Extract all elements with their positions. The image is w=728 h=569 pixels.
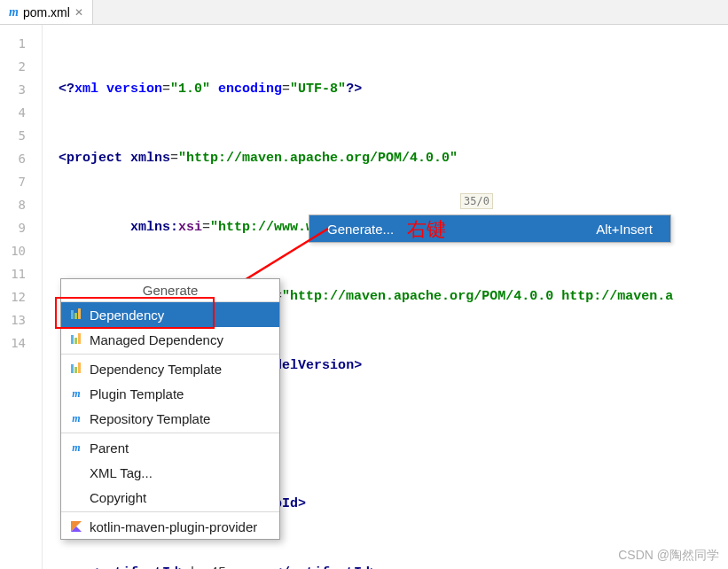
svg-rect-9 [78, 362, 81, 373]
maven-small-icon: m [68, 412, 84, 425]
gen-item-dependency[interactable]: Dependency [61, 302, 279, 327]
line-number: 1 [0, 32, 42, 55]
hint-remnant: 35/0 [460, 193, 493, 209]
gen-item-copyright[interactable]: Copyright [61, 485, 279, 510]
line-number: 13 [0, 308, 42, 331]
svg-rect-2 [74, 313, 77, 319]
generate-popup: Generate Dependency Managed Dependency D… [60, 278, 280, 540]
separator [61, 433, 279, 433]
bars-icon [68, 308, 84, 321]
gen-label: Repository Template [90, 411, 210, 426]
watermark: CSDN @陶然同学 [618, 548, 719, 564]
gen-label: Copyright [90, 490, 146, 505]
gen-label: Dependency [90, 308, 164, 323]
bars-icon [68, 362, 84, 375]
line-number: 4 [0, 101, 42, 124]
line-number: 3 [0, 78, 42, 101]
gen-label: Plugin Template [90, 386, 184, 401]
line-number: 11 [0, 262, 42, 285]
close-icon[interactable]: ✕ [74, 6, 83, 19]
gen-item-kotlin-provider[interactable]: kotlin-maven-plugin-provider [61, 514, 279, 539]
line-number: 2 [0, 55, 42, 78]
svg-rect-1 [71, 310, 74, 319]
context-menu: Generate... Alt+Insert [309, 214, 671, 243]
menu-shortcut: Alt+Insert [596, 222, 653, 237]
gen-item-plugin-template[interactable]: m Plugin Template [61, 381, 279, 406]
line-number: 12 [0, 285, 42, 308]
maven-small-icon: m [68, 441, 84, 455]
gen-item-managed-dependency[interactable]: Managed Dependency [61, 327, 279, 352]
line-number: 8 [0, 193, 42, 216]
maven-icon: m [9, 5, 19, 19]
menu-label: Generate... [327, 222, 394, 237]
line-number: 6 [0, 147, 42, 170]
gen-label: Managed Dependency [90, 332, 223, 347]
editor-tab-pomxml[interactable]: m pom.xml ✕ [0, 0, 93, 24]
tab-filename: pom.xml [23, 5, 70, 19]
separator [61, 354, 279, 355]
gen-label: XML Tag... [90, 465, 153, 480]
kotlin-icon [68, 520, 84, 533]
separator [61, 511, 279, 512]
gen-item-repository-template[interactable]: m Repository Template [61, 406, 279, 431]
line-number: 9 [0, 216, 42, 239]
gen-item-xml-tag[interactable]: XML Tag... [61, 460, 279, 485]
popup-title: Generate [61, 279, 279, 302]
gen-item-dependency-template[interactable]: Dependency Template [61, 356, 279, 381]
line-number: 10 [0, 239, 42, 262]
line-number: 7 [0, 170, 42, 193]
svg-rect-8 [74, 367, 77, 373]
menu-item-generate[interactable]: Generate... Alt+Insert [309, 215, 670, 242]
gen-label: Dependency Template [90, 362, 222, 377]
svg-rect-5 [74, 338, 77, 344]
gen-label: kotlin-maven-plugin-provider [90, 519, 257, 534]
line-number: 5 [0, 124, 42, 147]
svg-rect-3 [78, 308, 81, 319]
svg-rect-4 [71, 335, 74, 344]
maven-small-icon: m [68, 387, 84, 401]
tab-bar: m pom.xml ✕ [0, 0, 728, 25]
svg-rect-6 [78, 333, 81, 344]
bars-icon [68, 333, 84, 346]
line-number: 14 [0, 331, 42, 355]
gutter: 1 2 3 4 5 6 7 8 9 10 11 12 13 14 [0, 25, 43, 569]
gen-item-parent[interactable]: m Parent [61, 435, 279, 460]
annotation-text: 右键 [407, 216, 446, 243]
svg-rect-7 [71, 364, 74, 373]
gen-label: Parent [90, 440, 129, 456]
